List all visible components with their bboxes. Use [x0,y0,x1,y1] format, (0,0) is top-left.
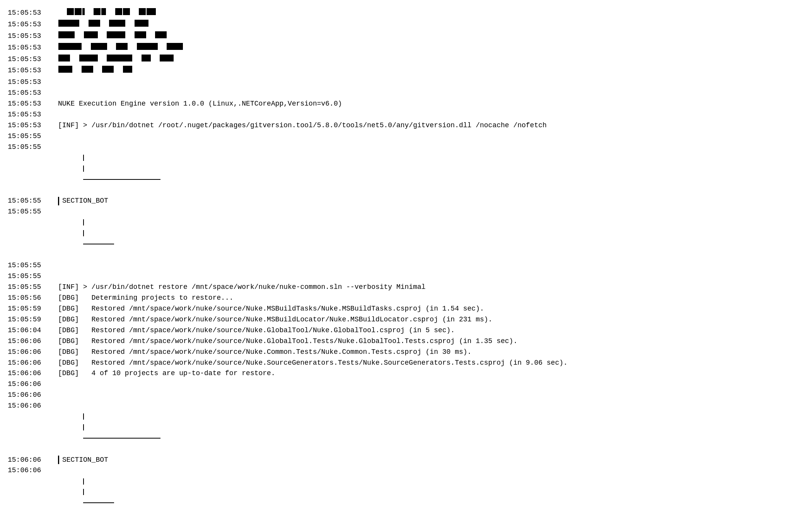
dbg-restored-2-text: [DBG] Restored /mnt/space/work/nuke/sour… [58,314,804,325]
inf-restore-text: [INF] > /usr/bin/dotnet restore /mnt/spa… [58,282,804,293]
timestamp: 15:06:04 [8,325,58,336]
log-line: 15:05:53 [8,8,804,19]
log-line-dbg-restored-4: 15:06:06 [DBG] Restored /mnt/space/work/… [8,336,804,347]
dbg-restored-4-text: [DBG] Restored /mnt/space/work/nuke/sour… [58,336,804,347]
timestamp: 15:06:06 [8,465,58,476]
dbg-restored-6-text: [DBG] Restored /mnt/space/work/nuke/sour… [58,358,804,369]
section-title-content: SECTION_BOT [58,196,804,207]
blank-line: 15:05:55 [8,131,804,142]
dbg-restored-1-text: [DBG] Restored /mnt/space/work/nuke/sour… [58,304,804,314]
blank-line: 15:05:55 [8,271,804,282]
log-line-inf-restore: 15:05:55 [INF] > /usr/bin/dotnet restore… [8,282,804,293]
timestamp: 15:05:56 [8,293,58,304]
section-divider-top-restore: 15:05:55 [8,142,804,196]
blank-line: 15:06:06 [8,390,804,401]
timestamp: 15:05:53 [8,31,58,42]
log-line-dbg-determining: 15:05:56 [DBG] Determining projects to r… [8,293,804,304]
timestamp: 15:05:59 [8,304,58,314]
log-line-nuke-version: 15:05:53 NUKE Execution Engine version 1… [8,99,804,109]
divider-top-content [58,401,804,454]
timestamp: 15:05:55 [8,196,58,207]
content [58,88,804,99]
log-line: 15:05:53 [8,19,804,31]
timestamp: 15:05:55 [8,207,58,217]
content [58,260,804,271]
log-line: 15:05:53 [8,43,804,54]
content [58,131,804,142]
section-label-restore: SECTION_BOT [62,196,108,207]
nuke-version-text: NUKE Execution Engine version 1.0.0 (Lin… [58,99,804,109]
log-line-dbg-restored-6: 15:06:06 [DBG] Restored /mnt/space/work/… [8,358,804,369]
section-divider-bot-restore: 15:05:55 [8,207,804,260]
section-title-content: SECTION_BOT [58,455,804,466]
logo-line-2 [58,19,804,31]
log-line-inf-gitversion: 15:05:53 [INF] > /usr/bin/dotnet /root/.… [8,120,804,131]
timestamp: 15:05:55 [8,260,58,271]
timestamp: 15:06:06 [8,336,58,347]
log-line-dbg-restored-5: 15:06:06 [DBG] Restored /mnt/space/work/… [8,347,804,358]
log-line-dbg-restored-2: 15:05:59 [DBG] Restored /mnt/space/work/… [8,314,804,325]
timestamp: 15:05:55 [8,142,58,153]
nuke-logo: 15:05:53 15:05:53 15:05:53 15:05:53 15:0… [8,8,804,77]
timestamp: 15:05:53 [8,99,58,109]
dbg-determining-text: [DBG] Determining projects to restore... [58,293,804,304]
inf-gitversion-text: [INF] > /usr/bin/dotnet /root/.nuget/pac… [58,120,804,131]
timestamp: 15:06:06 [8,379,58,390]
logo-line-4 [58,43,804,54]
dbg-restored-3-text: [DBG] Restored /mnt/space/work/nuke/sour… [58,325,804,336]
blank-line: 15:05:53 [8,77,804,88]
section-title-compile: 15:06:06 SECTION_BOT [8,455,804,466]
section-title-restore: 15:05:55 SECTION_BOT [8,196,804,207]
timestamp: 15:05:53 [8,43,58,53]
timestamp: 15:05:53 [8,54,58,65]
timestamp: 15:05:53 [8,65,58,76]
divider-bot-content [58,465,804,519]
timestamp: 15:05:53 [8,88,58,99]
timestamp: 15:05:55 [8,282,58,293]
dbg-restored-5-text: [DBG] Restored /mnt/space/work/nuke/sour… [58,347,804,358]
content [58,109,804,120]
section-divider-top-compile: 15:06:06 [8,401,804,454]
terminal-output: 15:05:53 15:05:53 15:05:53 15:05:53 15:0… [0,4,812,519]
content [58,390,804,401]
log-line: 15:05:53 [8,65,804,77]
timestamp: 15:06:06 [8,401,58,411]
log-line-dbg-restored-1: 15:05:59 [DBG] Restored /mnt/space/work/… [8,304,804,314]
timestamp: 15:05:53 [8,19,58,30]
logo-line-3 [58,31,804,43]
content [58,379,804,390]
divider-top-content [58,142,804,196]
timestamp: 15:05:59 [8,314,58,325]
section-label-compile: SECTION_BOT [62,455,108,466]
blank-line: 15:05:53 [8,109,804,120]
blank-line: 15:05:53 [8,88,804,99]
timestamp: 15:06:06 [8,358,58,369]
timestamp: 15:06:06 [8,390,58,401]
content [58,77,804,88]
log-line-dbg-uptodate: 15:06:06 [DBG] 4 of 10 projects are up-t… [8,368,804,379]
content [58,271,804,282]
logo-line-6 [58,65,804,77]
log-line: 15:05:53 [8,31,804,43]
timestamp: 15:05:55 [8,131,58,142]
timestamp: 15:06:06 [8,347,58,358]
blank-line: 15:06:06 [8,379,804,390]
timestamp: 15:05:53 [8,8,58,19]
log-line: 15:05:53 [8,54,804,66]
timestamp: 15:06:06 [8,455,58,466]
dbg-uptodate-text: [DBG] 4 of 10 projects are up-to-date fo… [58,368,804,379]
timestamp: 15:05:53 [8,77,58,88]
timestamp: 15:05:55 [8,271,58,282]
blank-line: 15:05:55 [8,260,804,271]
log-line-dbg-restored-3: 15:06:04 [DBG] Restored /mnt/space/work/… [8,325,804,336]
divider-bot-content [58,207,804,260]
timestamp: 15:05:53 [8,120,58,131]
timestamp: 15:06:06 [8,368,58,379]
logo-line-1 [58,8,804,19]
logo-line-5 [58,54,804,66]
section-divider-bot-compile: 15:06:06 [8,465,804,519]
timestamp: 15:05:53 [8,109,58,120]
